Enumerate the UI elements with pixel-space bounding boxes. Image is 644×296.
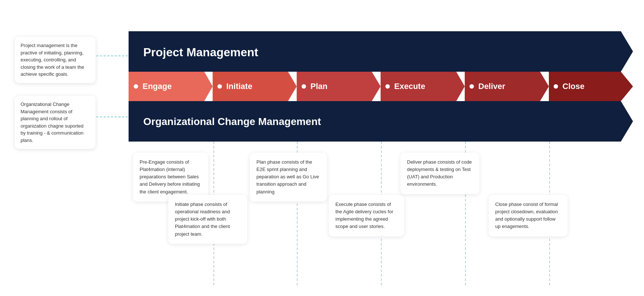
desc-plan: Plan phase consists of the E2E sprint pl… <box>250 153 327 202</box>
svg-point-25 <box>469 84 474 89</box>
desc-execute-text: Execute phase consists of the Agile deli… <box>335 202 393 229</box>
svg-text:Organizational Change Manageme: Organizational Change Management <box>143 116 321 127</box>
svg-text:Initiate: Initiate <box>226 82 252 91</box>
tooltip-ocm-text: Organizational Change Management consist… <box>21 101 83 143</box>
svg-point-23 <box>385 84 390 89</box>
desc-initiate-text: Initiate phase consists of operational r… <box>175 202 230 237</box>
tooltip-pm: Project management is the practive of in… <box>15 37 96 83</box>
desc-initiate: Initiate phase consists of operational r… <box>168 195 247 244</box>
svg-marker-16 <box>549 72 633 101</box>
desc-engage: Pre-Engage consists of Plat4mation (inte… <box>133 153 208 202</box>
banner-svg: Project Management Engage Initiate Plan … <box>129 31 633 142</box>
svg-marker-13 <box>297 72 381 101</box>
tooltip-pm-text: Project management is the practive of in… <box>21 43 84 77</box>
svg-marker-15 <box>465 72 549 101</box>
main-container: Project management is the practive of in… <box>0 0 644 296</box>
desc-execute: Execute phase consists of the Agile deli… <box>329 195 404 236</box>
desc-engage-text: Pre-Engage consists of Plat4mation (inte… <box>140 159 200 195</box>
desc-close-text: Close phase consist of formal project cl… <box>495 202 558 229</box>
tooltip-ocm: Organizational Change Management consist… <box>15 96 96 149</box>
svg-text:Close: Close <box>562 82 584 91</box>
desc-plan-text: Plan phase consists of the E2E sprint pl… <box>256 159 319 195</box>
svg-text:Engage: Engage <box>143 82 172 91</box>
svg-marker-12 <box>213 72 297 101</box>
svg-point-27 <box>554 84 558 89</box>
desc-close: Close phase consist of formal project cl… <box>489 195 568 236</box>
svg-point-17 <box>134 84 138 89</box>
svg-text:Plan: Plan <box>310 82 327 91</box>
svg-point-19 <box>217 84 222 89</box>
svg-text:Execute: Execute <box>394 82 425 91</box>
svg-text:Deliver: Deliver <box>478 82 506 91</box>
svg-text:Project Management: Project Management <box>143 46 258 59</box>
desc-deliver-text: Deliver phase consists of code deploymen… <box>407 159 472 187</box>
svg-point-21 <box>302 84 306 89</box>
desc-deliver: Deliver phase consists of code deploymen… <box>400 153 479 194</box>
